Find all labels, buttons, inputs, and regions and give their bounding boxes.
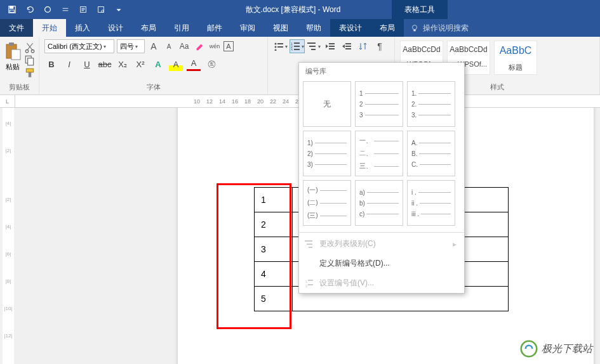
- tab-selector[interactable]: L: [0, 95, 15, 107]
- redo-icon[interactable]: [39, 1, 56, 18]
- numbering-format-5[interactable]: A. B. C.: [407, 131, 455, 176]
- svg-rect-37: [345, 48, 351, 49]
- save-icon[interactable]: [4, 1, 20, 18]
- tab-layout[interactable]: 布局: [132, 19, 165, 37]
- show-marks-button[interactable]: ¶: [372, 39, 387, 53]
- vertical-ruler[interactable]: |4||2||2||4||6||8||10||12|: [3, 108, 14, 364]
- tab-table-layout[interactable]: 布局: [371, 19, 404, 37]
- phonetic-guide-button[interactable]: wén: [208, 40, 221, 53]
- watermark-text: 极光下载站: [542, 342, 592, 356]
- table-cell[interactable]: 2: [255, 212, 293, 237]
- menu-tabs: 文件 开始 插入 设计 布局 引用 邮件 审阅 视图 帮助 表设计 布局 操作说…: [0, 19, 600, 37]
- table-cell[interactable]: 3: [255, 237, 293, 262]
- svg-point-18: [275, 43, 277, 45]
- paste-icon: [4, 42, 22, 61]
- tab-file[interactable]: 文件: [0, 19, 33, 37]
- text-effects-button[interactable]: A: [151, 57, 165, 71]
- highlight-button[interactable]: A: [169, 57, 183, 71]
- font-name-select[interactable]: Calibri (西文正文)▾: [44, 39, 114, 53]
- clear-format-icon[interactable]: [193, 40, 206, 53]
- svg-rect-28: [294, 49, 300, 50]
- numbering-format-1[interactable]: 1 2 3: [355, 81, 403, 127]
- underline-button[interactable]: U: [80, 57, 94, 71]
- paste-button[interactable]: 粘贴: [4, 42, 22, 79]
- increase-font-icon[interactable]: A: [147, 40, 160, 53]
- table-cell[interactable]: 4: [255, 262, 293, 287]
- svg-rect-16: [26, 68, 33, 72]
- list-level-icon: [304, 239, 314, 249]
- tell-me-search[interactable]: 操作说明搜索: [404, 19, 475, 37]
- enclose-char-button[interactable]: ㊄: [204, 57, 218, 71]
- tab-table-design[interactable]: 表设计: [330, 19, 371, 37]
- svg-rect-29: [307, 42, 316, 44]
- clipboard-label: 剪贴板: [9, 82, 30, 93]
- font-color-button[interactable]: A: [187, 57, 201, 71]
- quick-access-toolbar: [0, 1, 131, 18]
- numbering-format-6[interactable]: (一) (二) (三): [303, 180, 351, 226]
- tab-mailings[interactable]: 邮件: [198, 19, 231, 37]
- svg-point-6: [102, 10, 104, 13]
- tab-home[interactable]: 开始: [33, 19, 66, 37]
- numbering-library-header: 编号库: [299, 63, 464, 79]
- char-border-button[interactable]: A: [223, 41, 234, 51]
- tab-help[interactable]: 帮助: [297, 19, 330, 37]
- copy-icon[interactable]: [24, 55, 36, 66]
- multilevel-button[interactable]: ▾: [306, 39, 321, 53]
- change-case-button[interactable]: Aa: [178, 40, 190, 53]
- bullets-button[interactable]: ▾: [273, 39, 288, 53]
- svg-rect-33: [329, 46, 335, 47]
- svg-point-20: [275, 46, 277, 48]
- decrease-font-icon[interactable]: A: [163, 40, 175, 53]
- increase-indent-button[interactable]: [339, 39, 354, 53]
- table-tools-label: 表格工具: [392, 0, 448, 19]
- svg-rect-5: [98, 7, 104, 13]
- window-title: 散文.docx [兼容模式] - Word: [194, 4, 392, 15]
- numbering-none[interactable]: 无: [303, 81, 351, 127]
- style-title[interactable]: AaBbC标题: [494, 41, 537, 75]
- font-label: 字体: [44, 82, 262, 93]
- table-cell[interactable]: 1: [255, 188, 293, 212]
- italic-button[interactable]: I: [62, 57, 76, 71]
- svg-rect-39: [307, 244, 312, 245]
- define-new-format[interactable]: 定义新编号格式(D)...: [299, 254, 464, 273]
- strike-button[interactable]: abc: [98, 57, 112, 71]
- svg-rect-32: [329, 43, 335, 44]
- format-painter-icon[interactable]: [24, 67, 36, 79]
- numbering-format-4[interactable]: 一、 二、 三、: [355, 131, 403, 176]
- clipboard-group: 粘贴 剪贴板: [0, 37, 39, 94]
- svg-text:1: 1: [305, 280, 308, 283]
- watermark-logo-icon: [520, 340, 538, 358]
- tab-references[interactable]: 引用: [165, 19, 198, 37]
- svg-rect-19: [277, 43, 283, 44]
- numbering-format-8[interactable]: i . ii . iii .: [407, 180, 455, 226]
- decrease-indent-button[interactable]: [323, 39, 338, 53]
- watermark: 极光下载站: [520, 340, 592, 358]
- svg-rect-10: [9, 42, 14, 46]
- bold-button[interactable]: B: [44, 57, 58, 71]
- tab-design[interactable]: 设计: [99, 19, 132, 37]
- qat-more-icon[interactable]: [57, 1, 74, 18]
- numbering-format-7[interactable]: a) b) c): [355, 180, 403, 226]
- numbering-format-3[interactable]: 1) 2) 3): [303, 131, 351, 176]
- qat-dropdown-icon[interactable]: [110, 1, 127, 18]
- tab-insert[interactable]: 插入: [66, 19, 99, 37]
- font-size-select[interactable]: 四号▾: [117, 39, 145, 53]
- sort-button[interactable]: [356, 39, 371, 53]
- numbering-format-2[interactable]: 1. 2. 3.: [407, 81, 455, 127]
- tab-review[interactable]: 审阅: [231, 19, 264, 37]
- svg-rect-15: [27, 58, 33, 65]
- svg-rect-17: [28, 72, 31, 77]
- qat-btn-6[interactable]: [93, 1, 109, 18]
- superscript-button[interactable]: X²: [133, 57, 147, 71]
- tab-view[interactable]: 视图: [264, 19, 297, 37]
- undo-icon[interactable]: [22, 1, 38, 18]
- svg-rect-11: [11, 49, 20, 60]
- subscript-button[interactable]: X₂: [116, 57, 130, 71]
- svg-rect-26: [294, 46, 300, 47]
- cut-icon[interactable]: [24, 42, 36, 53]
- numbering-button[interactable]: 123▾: [290, 39, 305, 53]
- table-cell[interactable]: 5: [255, 287, 293, 311]
- qat-btn-5[interactable]: [75, 1, 91, 18]
- svg-point-45: [521, 341, 537, 357]
- svg-rect-24: [294, 42, 300, 44]
